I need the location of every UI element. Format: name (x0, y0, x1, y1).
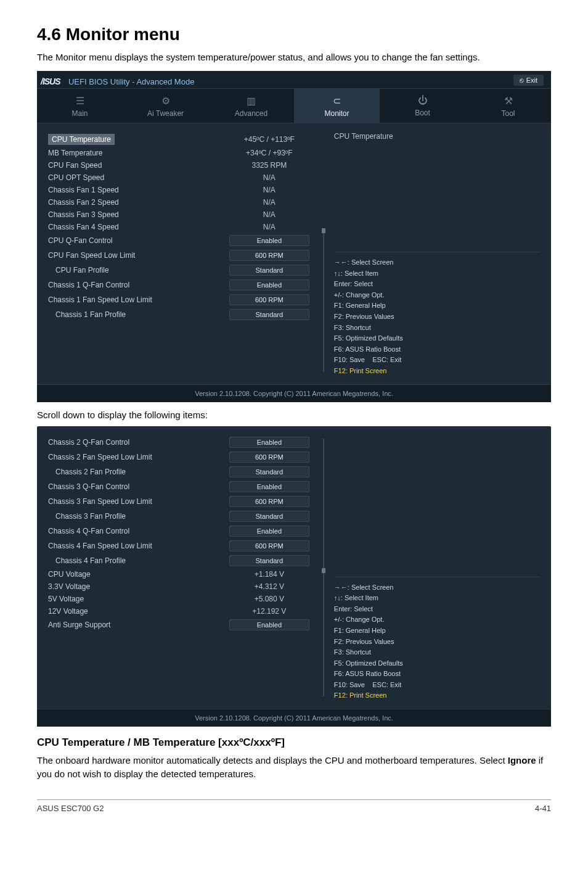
monitor-row[interactable]: Chassis 3 Fan ProfileStandard (48, 509, 309, 524)
monitor-row-label: Chassis 1 Fan Speed Low Limit (48, 295, 152, 304)
monitor-row-label: MB Temperature (48, 149, 102, 157)
monitor-row[interactable]: 12V Voltage+12.192 V (48, 605, 309, 617)
monitor-row-value: +12.192 V (229, 607, 309, 616)
monitor-row[interactable]: Chassis Fan 3 SpeedN/A (48, 208, 309, 221)
monitor-row-label: Chassis Fan 4 Speed (48, 223, 119, 231)
monitor-row-value: N/A (229, 198, 309, 207)
monitor-row[interactable]: Chassis 2 Q-Fan ControlEnabled (48, 435, 309, 450)
monitor-row-dropdown[interactable]: Enabled (229, 235, 309, 246)
monitor-row[interactable]: CPU Fan ProfileStandard (48, 263, 309, 278)
help-f3: F3: Shortcut (334, 323, 540, 334)
monitor-row[interactable]: Chassis 4 Fan ProfileStandard (48, 553, 309, 568)
aitweaker-icon: ⚙ (123, 95, 208, 107)
tab-tool-label: Tool (501, 109, 515, 118)
monitor-row[interactable]: CPU Temperature+45ºC / +113ºF (48, 132, 309, 147)
tab-tool[interactable]: ⚒ Tool (465, 89, 551, 123)
monitor-row[interactable]: CPU Fan Speed Low Limit600 RPM (48, 248, 309, 263)
tab-main-label: Main (71, 109, 88, 118)
monitor-row-label: CPU Q-Fan Control (48, 236, 113, 245)
monitor-row-dropdown[interactable]: 600 RPM (229, 496, 309, 507)
monitor-row-label: Chassis Fan 1 Speed (48, 186, 119, 194)
tab-aitweaker-label: Ai Tweaker (147, 109, 184, 118)
monitor-row[interactable]: Chassis 4 Q-Fan ControlEnabled (48, 524, 309, 538)
monitor-row-dropdown[interactable]: 600 RPM (229, 540, 309, 551)
monitor-row-label: CPU Fan Speed Low Limit (48, 251, 135, 260)
monitor-row-dropdown[interactable]: Standard (229, 511, 309, 522)
monitor-row-label: Chassis 4 Fan Speed Low Limit (48, 542, 152, 550)
monitor-row-dropdown[interactable]: Enabled (229, 481, 309, 492)
monitor-row-label: 3.3V Voltage (48, 582, 90, 591)
body-text: The onboard hardware monitor automatical… (37, 754, 551, 781)
monitor-row-dropdown[interactable]: Standard (229, 265, 309, 276)
monitor-row-label: Chassis 2 Q-Fan Control (48, 438, 129, 447)
monitor-row-label: Chassis 4 Q-Fan Control (48, 527, 129, 535)
monitor-row-label: Chassis Fan 3 Speed (48, 210, 119, 219)
help-title: CPU Temperature (334, 132, 540, 141)
monitor-row[interactable]: Chassis Fan 2 SpeedN/A (48, 196, 309, 208)
monitor-row-label: Anti Surge Support (48, 621, 110, 629)
help-f12: F12: Print Screen (334, 366, 540, 377)
monitor-row[interactable]: Chassis 1 Q-Fan ControlEnabled (48, 278, 309, 292)
tab-advanced[interactable]: ▥ Advanced (208, 89, 294, 123)
monitor-row[interactable]: CPU Voltage+1.184 V (48, 568, 309, 580)
help-f5: F5: Optimized Defaults (334, 333, 540, 344)
monitor-row-label: CPU Temperature (48, 134, 115, 145)
tab-aitweaker[interactable]: ⚙ Ai Tweaker (123, 89, 208, 123)
monitor-row[interactable]: Chassis Fan 4 SpeedN/A (48, 221, 309, 233)
tab-boot[interactable]: ⏻ Boot (380, 89, 465, 123)
monitor-row-label: CPU Fan Profile (48, 266, 109, 274)
bios-tab-bar: ☰ Main ⚙ Ai Tweaker ▥ Advanced ⊂ Monitor… (37, 88, 551, 123)
monitor-row[interactable]: Chassis Fan 1 SpeedN/A (48, 184, 309, 196)
monitor-row-dropdown[interactable]: Enabled (229, 437, 309, 448)
tab-monitor-label: Monitor (324, 109, 349, 118)
monitor-row[interactable]: 3.3V Voltage+4.312 V (48, 580, 309, 593)
monitor-row[interactable]: CPU Fan Speed3325 RPM (48, 159, 309, 171)
monitor-row[interactable]: Anti Surge SupportEnabled (48, 617, 309, 632)
help-f6: F6: ASUS Ratio Boost (334, 344, 540, 355)
monitor-row-dropdown[interactable]: Enabled (229, 526, 309, 537)
monitor-row[interactable]: MB Temperature+34ºC / +93ºF (48, 147, 309, 159)
monitor-row[interactable]: Chassis 2 Fan Speed Low Limit600 RPM (48, 450, 309, 464)
monitor-row-dropdown[interactable]: 600 RPM (229, 294, 309, 305)
monitor-row-label: Chassis 3 Fan Profile (48, 512, 126, 521)
main-icon: ☰ (37, 95, 123, 107)
monitor-row-dropdown[interactable]: 600 RPM (229, 250, 309, 261)
scrollbar-2[interactable] (322, 426, 325, 709)
monitor-row-dropdown[interactable]: Enabled (229, 279, 309, 291)
exit-button[interactable]: ⎋ Exit (513, 75, 544, 86)
monitor-row-value: +34ºC / +93ºF (229, 149, 309, 157)
scrollbar[interactable] (322, 123, 325, 384)
exit-label: Exit (526, 76, 537, 84)
help-f10: F10: Save (334, 356, 365, 363)
tool-icon: ⚒ (465, 95, 551, 107)
monitor-row-value: +5.080 V (229, 595, 309, 603)
monitor-row-value: N/A (229, 186, 309, 194)
monitor-row-dropdown[interactable]: 600 RPM (229, 452, 309, 463)
page-title: 4.6 Monitor menu (37, 25, 551, 44)
monitor-row[interactable]: Chassis 3 Q-Fan ControlEnabled (48, 479, 309, 494)
monitor-row[interactable]: Chassis 1 Fan Speed Low Limit600 RPM (48, 292, 309, 307)
help2-f12: F12: Print Screen (334, 690, 540, 701)
help-esc: ESC: Exit (372, 356, 401, 363)
monitor-row[interactable]: 5V Voltage+5.080 V (48, 593, 309, 605)
tab-monitor[interactable]: ⊂ Monitor (294, 89, 380, 123)
monitor-row-label: 12V Voltage (48, 607, 88, 616)
monitor-row[interactable]: CPU OPT SpeedN/A (48, 171, 309, 184)
monitor-row[interactable]: Chassis 1 Fan ProfileStandard (48, 307, 309, 322)
monitor-row[interactable]: Chassis 2 Fan ProfileStandard (48, 464, 309, 479)
bios-panel-bottom: Chassis 2 Q-Fan ControlEnabledChassis 2 … (37, 426, 551, 727)
monitor-row-label: Chassis 4 Fan Profile (48, 556, 126, 565)
monitor-row-label: Chassis 3 Q-Fan Control (48, 482, 129, 491)
help2-select-screen: →←: Select Screen (334, 582, 540, 593)
monitor-row-dropdown[interactable]: Standard (229, 555, 309, 566)
monitor-row[interactable]: CPU Q-Fan ControlEnabled (48, 233, 309, 248)
monitor-row-dropdown[interactable]: Standard (229, 466, 309, 477)
monitor-row-dropdown[interactable]: Enabled (229, 619, 309, 630)
monitor-row[interactable]: Chassis 3 Fan Speed Low Limit600 RPM (48, 494, 309, 509)
monitor-row-label: CPU Voltage (48, 570, 91, 579)
tab-main[interactable]: ☰ Main (37, 89, 123, 123)
tab-advanced-label: Advanced (235, 109, 267, 118)
help2-change-opt: +/-: Change Opt. (334, 614, 540, 625)
monitor-row-dropdown[interactable]: Standard (229, 309, 309, 320)
monitor-row[interactable]: Chassis 4 Fan Speed Low Limit600 RPM (48, 538, 309, 553)
